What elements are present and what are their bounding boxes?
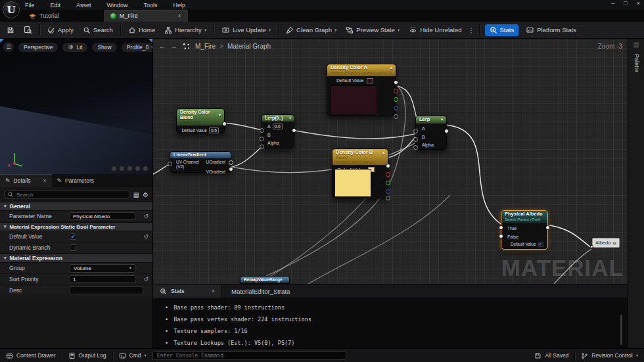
viewport-options-button[interactable]: ☰	[3, 41, 14, 53]
tab-details[interactable]: ✎ Details ×	[0, 174, 52, 187]
stats-output[interactable]: •Base pass shader: 89 instructions •Base…	[153, 298, 628, 349]
parameter-name-input[interactable]	[70, 212, 135, 220]
desc-input[interactable]	[70, 286, 143, 294]
revision-control-button[interactable]: Revision Control ▾	[575, 349, 644, 362]
menu-window[interactable]: Window	[107, 2, 128, 9]
collapse-caret-icon[interactable]: ▾	[219, 113, 221, 118]
input-pin-false[interactable]	[499, 234, 503, 238]
section-general[interactable]: ▾ General	[0, 202, 152, 211]
preview-shape-plane[interactable]	[127, 166, 133, 171]
collapse-caret-icon[interactable]: ▴	[390, 66, 392, 70]
home-button[interactable]: Home	[124, 24, 160, 36]
dynamic-branch-checkbox[interactable]	[70, 244, 76, 251]
collapse-caret-icon[interactable]: ▾	[441, 118, 443, 122]
palette-tab[interactable]: Palette	[632, 54, 640, 72]
tab-mfire[interactable]: M_Fire ×	[104, 10, 188, 22]
input-pin-uv[interactable]	[168, 162, 172, 166]
preview-shape-sphere[interactable]	[119, 166, 125, 171]
stats-panel-tab[interactable]: Stats ×	[153, 284, 222, 298]
output-pin-vgradient[interactable]	[229, 167, 233, 171]
content-drawer-button[interactable]: Content Drawer	[0, 349, 62, 362]
output-pin[interactable]	[444, 129, 449, 133]
menu-tools[interactable]: Tools	[144, 2, 158, 9]
output-pin-rgba[interactable]	[386, 164, 390, 168]
output-pin-g[interactable]	[394, 97, 398, 102]
preview-viewport[interactable]: ☰ Perspective Lit Show Profile_0 ▾ x	[0, 39, 153, 174]
preview-shape-cylinder[interactable]	[111, 166, 117, 171]
menu-asset[interactable]: Asset	[76, 2, 91, 9]
node-linear-gradient[interactable]: LinearGradient UV Channel (V2) UGradient…	[170, 151, 231, 173]
input-pin-a[interactable]	[413, 129, 418, 133]
display-filter-icon[interactable]: ▦	[133, 191, 139, 198]
node-density-color-b[interactable]: Density Color B▴ Param (0.953,0.727,0.20…	[332, 148, 388, 198]
tab-tutorial[interactable]: Tutorial	[22, 10, 66, 22]
group-dropdown[interactable]: Volume ▾	[70, 264, 135, 273]
output-pin-a[interactable]	[386, 196, 390, 200]
collapse-caret-icon[interactable]: ▴	[382, 150, 384, 155]
menu-help[interactable]: Help	[173, 2, 186, 9]
platform-stats-button[interactable]: Platform Stats	[521, 24, 581, 36]
input-pin-b[interactable]	[413, 137, 418, 142]
default-value-checkbox[interactable]: ✓	[70, 233, 76, 240]
input-pin-b[interactable]	[260, 137, 264, 141]
output-pin-r[interactable]	[386, 172, 390, 177]
node-density-color-blend[interactable]: Density Color Blend▾ Param (0.5) Default…	[176, 108, 225, 133]
lit-dropdown[interactable]: Lit	[62, 42, 88, 53]
reset-to-default-icon[interactable]: ↺	[143, 276, 149, 283]
default-value-box[interactable]: 0.5	[209, 127, 219, 133]
tab-details-close-icon[interactable]: ×	[43, 177, 47, 184]
hide-unrelated-button[interactable]: Hide Unrelated	[404, 24, 466, 36]
node-lerp[interactable]: Lerp▾ A B Alpha	[415, 116, 447, 150]
profile-dropdown[interactable]: Profile_0 ▾	[121, 42, 153, 53]
nav-forward-icon[interactable]: →	[170, 42, 177, 50]
input-pin[interactable]	[590, 245, 593, 248]
apply-button[interactable]: Apply	[43, 24, 78, 36]
output-pin-rgba[interactable]	[394, 80, 398, 85]
input-pin-a[interactable]	[260, 128, 264, 133]
output-pin[interactable]	[545, 225, 550, 230]
tab-parameters[interactable]: ✎ Parameters	[52, 174, 99, 187]
breadcrumb-asset[interactable]: M_Fire	[195, 43, 216, 50]
details-search-input[interactable]	[4, 190, 130, 199]
palette-list-icon[interactable]: ☰	[628, 41, 644, 49]
output-pin-r[interactable]	[394, 89, 398, 93]
input-pin-alpha[interactable]	[413, 145, 418, 150]
all-saved-button[interactable]: All Saved	[528, 349, 574, 362]
output-pin-g[interactable]	[386, 181, 390, 185]
save-button[interactable]	[0, 24, 19, 36]
console-command-input[interactable]	[152, 351, 346, 360]
output-pin-b[interactable]	[394, 106, 398, 110]
stats-tab-close-icon[interactable]: ×	[212, 288, 215, 294]
search-button[interactable]: Search	[78, 24, 118, 36]
output-pin[interactable]	[292, 128, 296, 133]
input-pin-alpha[interactable]	[260, 145, 264, 149]
material-graph-canvas[interactable]: MATERIAL Density Color A▴ Param (0.0155,…	[153, 39, 628, 284]
stats-toggle-button[interactable]: Stats	[485, 24, 519, 36]
a-value-box[interactable]: 0.0	[273, 124, 283, 129]
sort-priority-input[interactable]	[70, 275, 135, 283]
browse-button[interactable]	[19, 24, 37, 36]
section-material-expression[interactable]: ▾ Material Expression	[0, 254, 152, 263]
section-static-bool[interactable]: ▾ Material Expression Static Bool Parame…	[0, 222, 152, 231]
cmd-dropdown[interactable]: Cmd ▾	[113, 349, 152, 362]
node-albedo-output[interactable]: Albedo ▤	[592, 238, 620, 248]
reset-to-default-icon[interactable]: ↺	[143, 233, 149, 240]
color-swatch[interactable]	[367, 78, 373, 83]
close-button[interactable]: ×	[637, 0, 640, 7]
menu-file[interactable]: File	[25, 2, 35, 9]
tab-close-icon[interactable]: ×	[177, 12, 181, 19]
menu-edit[interactable]: Edit	[51, 2, 61, 9]
node-physical-albedo[interactable]: Physical Albedo Switch Param (True) True…	[501, 210, 548, 250]
clean-graph-button[interactable]: Clean Graph ▾	[281, 24, 341, 36]
node-lerp-small[interactable]: Lerp(0..)▾ A 0.0 B Alpha	[262, 114, 294, 148]
collapse-caret-icon[interactable]: ▾	[289, 116, 291, 121]
perspective-dropdown[interactable]: Perspective	[18, 42, 58, 53]
node-default-value-checkbox[interactable]: ✓	[538, 242, 543, 247]
output-pin[interactable]	[222, 122, 227, 126]
settings-gear-icon[interactable]: ⚙	[143, 191, 149, 198]
output-pin-b[interactable]	[386, 189, 390, 194]
output-log-button[interactable]: Output Log	[62, 349, 112, 362]
minimize-button[interactable]: –	[611, 0, 614, 7]
input-pin-true[interactable]	[499, 225, 503, 230]
show-dropdown[interactable]: Show	[91, 42, 117, 53]
